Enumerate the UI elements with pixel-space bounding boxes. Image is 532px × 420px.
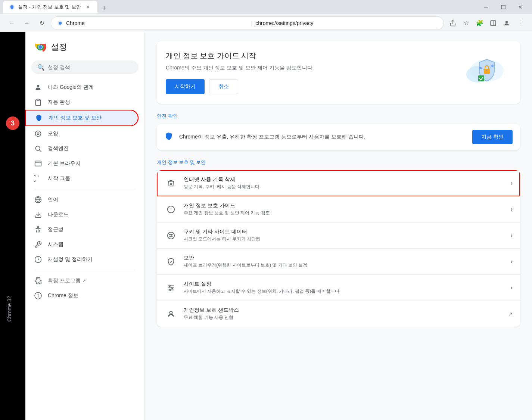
- cookies-item[interactable]: 쿠키 및 기타 사이트 데이터 시크릿 모드에서는 타사 쿠키가 차단됨 ›: [157, 223, 520, 249]
- person-icon: [34, 84, 42, 91]
- address-url: chrome://settings/privacy: [255, 20, 438, 26]
- sidebar-item-language[interactable]: 언어: [25, 192, 139, 207]
- active-tab[interactable]: 설정 - 개인 정보 보호 및 보안 ✕: [3, 1, 97, 13]
- clipboard-icon: [34, 99, 42, 106]
- start-guide-button[interactable]: 시작하기: [166, 79, 205, 94]
- sidebar-item-label: 확장 프로그램: [48, 277, 81, 284]
- settings-search-bar[interactable]: 🔍: [31, 60, 139, 74]
- sidebar-item-extensions[interactable]: 확장 프로그램 ↗: [25, 273, 139, 288]
- site-settings-item[interactable]: 사이트 설정 사이트에서 사용하고 표시할 수 있는 정보(위치, 카메라, 팝…: [157, 275, 520, 301]
- svg-point-4: [59, 22, 62, 25]
- minimize-button[interactable]: [477, 1, 495, 13]
- sidebar-item-label: Chrome 정보: [48, 292, 78, 299]
- chevron-right-icon: ›: [510, 205, 513, 213]
- paint-icon: [34, 130, 42, 137]
- sidebar-item-default-browser[interactable]: 기본 브라우저: [25, 156, 139, 171]
- sidebar-title: 설정: [51, 41, 67, 53]
- sidebar-item-label: 검색엔진: [48, 145, 69, 152]
- share-button[interactable]: [447, 17, 459, 29]
- title-bar: 설정 - 개인 정보 보호 및 보안 ✕ + ✕: [0, 0, 532, 14]
- settings-search-input[interactable]: [48, 64, 133, 70]
- cancel-guide-button[interactable]: 취소: [209, 79, 238, 94]
- profile-button[interactable]: [501, 17, 513, 29]
- site-settings-title: 사이트 설정: [184, 281, 510, 287]
- chrome-info-icon: [34, 292, 42, 299]
- security-item[interactable]: 보안 세이프 브라우징(위험한 사이트로부터 보호) 및 기타 보안 설정 ›: [157, 249, 520, 275]
- accessibility-icon: [34, 226, 42, 233]
- safety-check-card: Chrome이 정보 유출, 유해한 확장 프로그램 등으로부터 사용자를 보호…: [157, 124, 520, 150]
- address-bar[interactable]: Chrome | chrome://settings/privacy: [51, 16, 444, 30]
- privacy-items-section-title: 개인 정보 보호 및 보안: [157, 159, 520, 166]
- sidebar-item-privacy[interactable]: 개인 정보 보호 및 보안: [25, 110, 139, 126]
- svg-point-25: [38, 294, 39, 295]
- sidebar-item-google-account[interactable]: 나와 Google의 관계: [25, 80, 139, 95]
- sidebar-item-appearance[interactable]: 모양: [25, 126, 139, 141]
- split-view-button[interactable]: [487, 17, 499, 29]
- security-title: 보안: [184, 255, 510, 261]
- clear-browsing-desc: 방문 기록, 쿠키, 캐시 등을 삭제합니다.: [184, 184, 510, 190]
- maximize-button[interactable]: [495, 1, 512, 13]
- sidebar-item-label: 언어: [48, 196, 58, 203]
- close-button[interactable]: ✕: [512, 1, 529, 13]
- tab-bar: 설정 - 개인 정보 보호 및 보안 ✕ +: [3, 1, 477, 13]
- new-tab-button[interactable]: +: [99, 3, 109, 13]
- sidebar-header: 설정: [25, 38, 144, 60]
- tab-close-button[interactable]: ✕: [84, 3, 91, 11]
- safety-shield-icon: [164, 132, 173, 143]
- chevron-right-icon: ›: [510, 179, 513, 187]
- guide-card-image: [451, 50, 511, 95]
- svg-point-12: [37, 85, 40, 87]
- sidebar-item-label: 다운로드: [48, 211, 69, 218]
- sidebar-item-label: 시스템: [48, 241, 63, 248]
- back-button[interactable]: ←: [6, 17, 18, 29]
- sandbox-item[interactable]: 개인정보 보호 샌드박스 무료 체험 기능 사용 안함 ↗: [157, 301, 520, 327]
- sidebar-item-search[interactable]: 검색엔진: [25, 141, 139, 156]
- sidebar-item-accessibility[interactable]: 접근성: [25, 222, 139, 237]
- sidebar-item-downloads[interactable]: 다운로드: [25, 207, 139, 222]
- globe-icon: [34, 196, 42, 203]
- shield-icon: [35, 114, 43, 122]
- svg-point-7: [505, 21, 508, 23]
- svg-point-38: [171, 236, 172, 237]
- menu-button[interactable]: ⋮: [514, 17, 526, 29]
- download-icon: [34, 211, 42, 218]
- wrench-icon: [34, 241, 42, 248]
- safety-check-button[interactable]: 지금 확인: [472, 130, 513, 144]
- toolbar: ← → ↻ Chrome | chrome://settings/privacy…: [0, 14, 532, 32]
- reload-button[interactable]: ↻: [36, 17, 48, 29]
- sandbox-text: 개인정보 보호 샌드박스 무료 체험 기능 사용 안함: [184, 307, 508, 321]
- sandbox-desc: 무료 체험 기능 사용 안함: [184, 314, 508, 321]
- svg-rect-26: [38, 295, 38, 298]
- extensions-button[interactable]: 🧩: [474, 17, 486, 29]
- sidebar-item-autofill[interactable]: 자동 완성: [25, 95, 139, 110]
- browser-frame: 설정 - 개인 정보 보호 및 보안 ✕ + ✕ ← → ↻: [0, 0, 532, 420]
- address-separator: |: [251, 20, 253, 26]
- sidebar-item-chrome-info[interactable]: Chrome 정보: [25, 288, 139, 303]
- privacy-guide-title: 개인 정보 보호 가이드: [184, 202, 510, 209]
- svg-point-40: [172, 234, 172, 235]
- external-link-icon: ↗: [508, 311, 513, 317]
- sidebar-item-startup[interactable]: 시작 그룹: [25, 171, 139, 186]
- sidebar-item-label: 접근성: [48, 226, 63, 233]
- clear-browsing-item[interactable]: 4 인터넷 사용 기록 삭제 방문 기록, 쿠키, 캐시 등을 삭제합니다. ›: [157, 170, 520, 196]
- bookmark-button[interactable]: ☆: [460, 17, 472, 29]
- privacy-guide-item[interactable]: 개인 정보 보호 가이드 주요 개인 정보 보호 및 보안 제어 기능 검토 ›: [157, 196, 520, 223]
- sidebar-item-label: 개인 정보 보호 및 보안: [49, 115, 102, 121]
- address-protocol: Chrome: [66, 20, 248, 26]
- sidebar-item-system[interactable]: 시스템: [25, 237, 139, 252]
- forward-button[interactable]: →: [21, 17, 33, 29]
- svg-point-39: [169, 236, 170, 237]
- safety-description: Chrome이 정보 유출, 유해한 확장 프로그램 등으로부터 사용자를 보호…: [179, 134, 472, 140]
- clear-browsing-title: 인터넷 사용 기록 삭제: [184, 176, 510, 183]
- privacy-guide-desc: 주요 개인 정보 보호 및 보안 제어 기능 검토: [184, 210, 510, 216]
- sliders-icon: [164, 281, 178, 295]
- cookie-icon: [164, 229, 178, 242]
- privacy-items-list: 4 인터넷 사용 기록 삭제 방문 기록, 쿠키, 캐시 등을 삭제합니다. ›: [157, 170, 520, 327]
- guide-card-desc: Chrome의 주요 개인 정보 보호 및 보안 제어 기능을 검토합니다.: [166, 64, 451, 72]
- left-panel: 3 Chrome 32: [0, 32, 25, 420]
- search-wrapper: 🔍: [25, 60, 144, 80]
- sidebar-item-reset[interactable]: 재설정 및 정리하기: [25, 252, 139, 267]
- svg-point-36: [168, 232, 174, 239]
- chrome-version-label: Chrome 32: [6, 296, 12, 321]
- person-mask-icon: [164, 307, 178, 321]
